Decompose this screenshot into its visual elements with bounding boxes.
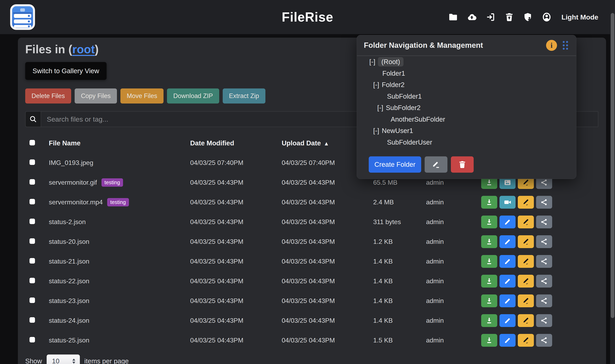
- edit-button[interactable]: [499, 275, 516, 287]
- download-button[interactable]: [481, 314, 497, 327]
- tree-label[interactable]: NewUser1: [382, 127, 413, 135]
- download-button[interactable]: [481, 255, 497, 268]
- download-button[interactable]: [481, 334, 497, 347]
- tree-label[interactable]: AnotherSubFolder: [391, 116, 445, 123]
- edit-button[interactable]: [499, 314, 516, 327]
- tree-label[interactable]: SubFolder1: [387, 92, 422, 100]
- tree-item-newuser1[interactable]: [-]NewUser1: [357, 125, 576, 137]
- row-checkbox[interactable]: [29, 298, 35, 303]
- download-button[interactable]: [481, 294, 497, 307]
- file-name[interactable]: status-21.json: [49, 258, 89, 265]
- rename-button[interactable]: [518, 334, 534, 347]
- file-name[interactable]: status-2.json: [49, 218, 86, 226]
- column-file-name[interactable]: File Name: [49, 139, 190, 147]
- edit-button[interactable]: [499, 235, 516, 248]
- tree-label[interactable]: Folder2: [382, 81, 405, 89]
- file-name[interactable]: status-22.json: [49, 277, 89, 285]
- share-button[interactable]: [536, 216, 552, 228]
- switch-gallery-view-button[interactable]: Switch to Gallery View: [25, 62, 106, 80]
- tree-label[interactable]: (Root): [378, 57, 404, 66]
- copy-files-button[interactable]: Copy Files: [75, 89, 117, 104]
- download-button[interactable]: [481, 235, 497, 248]
- tree-item-folder2[interactable]: [-]Folder2: [357, 79, 576, 91]
- logout-icon[interactable]: [485, 12, 496, 22]
- trash-restore-icon[interactable]: [504, 12, 514, 22]
- row-checkbox[interactable]: [29, 199, 35, 204]
- share-button[interactable]: [536, 294, 552, 307]
- move-files-button[interactable]: Move Files: [120, 89, 164, 104]
- shield-user-icon[interactable]: [523, 12, 533, 22]
- edit-button[interactable]: [499, 255, 516, 268]
- rename-button[interactable]: [518, 255, 534, 268]
- column-date-modified[interactable]: Date Modified: [190, 139, 282, 147]
- edit-button[interactable]: [499, 334, 516, 347]
- file-name[interactable]: status-20.json: [49, 238, 89, 246]
- tree-item-subfolder1[interactable]: SubFolder1: [357, 91, 576, 102]
- file-name[interactable]: IMG_0193.jpeg: [49, 159, 93, 167]
- tree-label[interactable]: SubFolderUser: [387, 139, 432, 146]
- file-name[interactable]: servermonitor.mp4: [49, 198, 103, 206]
- row-checkbox[interactable]: [29, 317, 35, 323]
- rename-button[interactable]: [518, 216, 534, 228]
- delete-folder-button[interactable]: [451, 156, 474, 173]
- rename-button[interactable]: [518, 196, 534, 209]
- light-mode-toggle[interactable]: Light Mode: [562, 13, 598, 21]
- tag-badge[interactable]: testing: [102, 178, 123, 187]
- create-folder-button[interactable]: Create Folder: [369, 156, 421, 173]
- tree-toggle[interactable]: [-]: [373, 81, 379, 89]
- items-per-page-select[interactable]: 10: [47, 354, 80, 364]
- rename-button[interactable]: [518, 294, 534, 307]
- root-folder-link[interactable]: root: [72, 43, 95, 56]
- rename-folder-button[interactable]: [425, 156, 447, 173]
- cloud-upload-icon[interactable]: [467, 12, 477, 22]
- preview-video-button[interactable]: [499, 196, 516, 209]
- tree-item-anothersubfolder[interactable]: AnotherSubFolder: [357, 114, 576, 125]
- tree-toggle[interactable]: [-]: [373, 127, 379, 135]
- row-checkbox[interactable]: [29, 337, 35, 342]
- tree-item-subfolderuser[interactable]: SubFolderUser: [357, 137, 576, 148]
- share-button[interactable]: [536, 334, 552, 347]
- tree-toggle[interactable]: [-]: [377, 104, 383, 112]
- download-zip-button[interactable]: Download ZIP: [167, 89, 219, 104]
- edit-button[interactable]: [499, 294, 516, 307]
- tree-label[interactable]: SubFolder2: [386, 104, 420, 112]
- tree-item-root[interactable]: [-](Root): [357, 56, 576, 68]
- row-checkbox[interactable]: [29, 219, 35, 224]
- tree-item-folder1[interactable]: Folder1: [357, 68, 576, 79]
- share-button[interactable]: [536, 275, 552, 287]
- share-button[interactable]: [536, 255, 552, 268]
- row-checkbox[interactable]: [29, 238, 35, 244]
- folder-icon[interactable]: [448, 12, 458, 22]
- scrollbar-thumb[interactable]: [611, 13, 615, 318]
- row-checkbox[interactable]: [29, 159, 35, 165]
- download-button[interactable]: [481, 275, 497, 287]
- window-scrollbar[interactable]: [610, 0, 615, 364]
- download-button[interactable]: [481, 216, 497, 228]
- share-button[interactable]: [536, 314, 552, 327]
- row-checkbox[interactable]: [29, 258, 35, 263]
- file-name[interactable]: status-24.json: [49, 317, 89, 324]
- select-all-checkbox[interactable]: [29, 140, 35, 145]
- tree-label[interactable]: Folder1: [382, 70, 405, 77]
- file-name[interactable]: status-25.json: [49, 337, 89, 344]
- rename-button[interactable]: [518, 314, 534, 327]
- rename-button[interactable]: [518, 235, 534, 248]
- info-icon[interactable]: i: [546, 40, 557, 51]
- tree-item-subfolder2[interactable]: [-]SubFolder2: [357, 102, 576, 114]
- tree-toggle[interactable]: [-]: [369, 58, 375, 66]
- file-name[interactable]: status-23.json: [49, 297, 89, 305]
- file-name[interactable]: servermonitor.gif: [49, 179, 97, 186]
- extract-zip-button[interactable]: Extract Zip: [223, 89, 265, 104]
- drag-handle-icon[interactable]: [562, 40, 569, 51]
- edit-button[interactable]: [499, 216, 516, 228]
- account-icon[interactable]: [542, 12, 552, 22]
- row-checkbox[interactable]: [29, 179, 35, 185]
- share-button[interactable]: [536, 235, 552, 248]
- tag-badge[interactable]: testing: [107, 198, 129, 206]
- row-checkbox[interactable]: [29, 278, 35, 283]
- date-modified: 04/03/25 04:43PM: [190, 258, 282, 265]
- share-button[interactable]: [536, 196, 552, 209]
- delete-files-button[interactable]: Delete Files: [25, 89, 71, 104]
- download-button[interactable]: [481, 196, 497, 209]
- rename-button[interactable]: [518, 275, 534, 287]
